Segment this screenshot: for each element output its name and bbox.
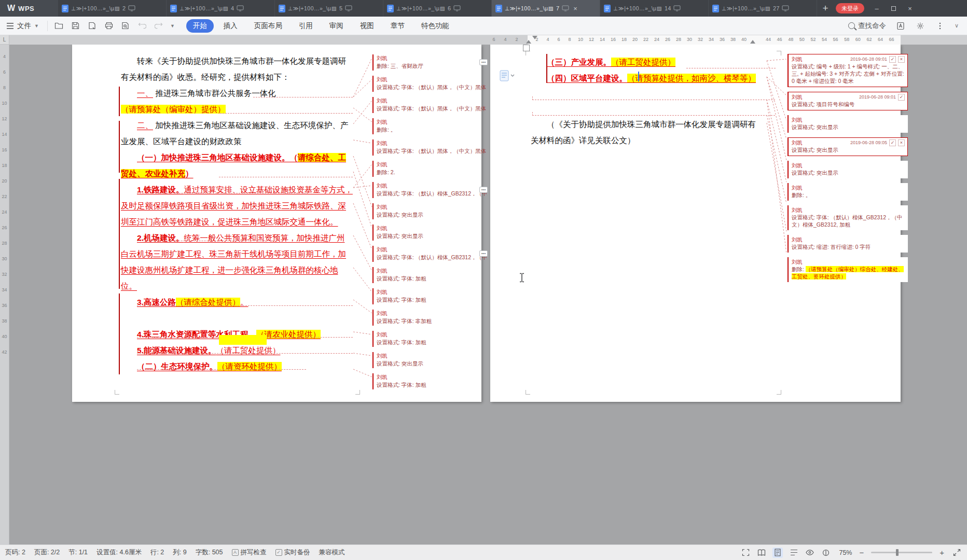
vertical-ruler[interactable]: 4681012141618202224262830323436384042	[0, 45, 9, 544]
open-file-icon[interactable]	[54, 21, 64, 31]
document-tab-14[interactable]: ⊥≫|+100…»_\µ▨14	[600, 0, 709, 17]
reject-revision-button[interactable]: ×	[898, 139, 905, 146]
revision-balloon[interactable]: 刘凯2019-06-28 09:01✓×设置格式: 编号 + 级别: 1 + 编…	[788, 54, 908, 87]
document-tab-5[interactable]: ⊥≫|+100…»_\µ▨5	[275, 0, 383, 17]
zoom-in-button[interactable]: +	[938, 548, 946, 557]
login-badge[interactable]: 未登录	[836, 3, 864, 13]
save-icon[interactable]	[71, 21, 81, 31]
zoom-out-button[interactable]: −	[858, 548, 865, 557]
revision-balloon[interactable]: 刘凯删除: 三、省财政厅•••	[372, 54, 488, 71]
revision-balloon[interactable]: 刘凯2019-06-28 09:01✓设置格式: 项目符号和编号	[788, 92, 908, 110]
revision-text: 设置格式: 字体: （默认）黑体，（中文）黑体	[377, 147, 488, 155]
revision-balloon[interactable]: 刘凯删除: （请预算处（编审处）综合处、经建处、工贸处、资环处提供）	[788, 257, 908, 282]
more-commands-icon[interactable]: ▼	[170, 23, 175, 29]
new-tab-button[interactable]: +	[817, 0, 834, 17]
page-layout-icon[interactable]	[772, 548, 783, 558]
ribbon-tab-特色功能[interactable]: 特色功能	[415, 19, 456, 33]
text-tool-icon[interactable]	[895, 21, 906, 31]
ribbon-tab-章节[interactable]: 章节	[384, 19, 411, 33]
ribbon-tab-开始[interactable]: 开始	[186, 19, 214, 33]
more-options-icon[interactable]	[935, 21, 945, 31]
status-item-行: 2: 行: 2	[150, 548, 164, 557]
zoom-slider-thumb[interactable]	[896, 549, 899, 556]
zoom-level[interactable]: 75%	[839, 549, 852, 556]
revision-balloon[interactable]: 刘凯设置格式: 字体: 加粗	[372, 331, 488, 347]
print-icon[interactable]	[104, 21, 114, 31]
revision-balloon[interactable]: 刘凯设置格式: 字体: 加粗	[372, 373, 488, 389]
redo-icon[interactable]	[154, 21, 164, 31]
left-page[interactable]: 转来《关于协助提供加快珠三角城市群一体化发展专题调研有关材料的函》收悉。经研究，…	[72, 45, 481, 402]
revision-balloon[interactable]: 刘凯设置格式: 字体: 加粗	[372, 288, 488, 304]
document-tab-6[interactable]: ⊥≫|+100…»_\µ▨6	[383, 0, 492, 17]
revision-balloon[interactable]: 刘凯设置格式: 突出显示	[372, 203, 488, 219]
close-window-button[interactable]: ×	[902, 0, 918, 17]
accept-revision-button[interactable]: ✓	[889, 139, 896, 146]
revision-balloon[interactable]: 刘凯删除: 2.	[372, 161, 488, 177]
horizontal-ruler[interactable]: 6422468101214161820222426283032343638404…	[9, 35, 967, 45]
revision-balloon[interactable]: 刘凯设置格式: 字体: （默认）楷体_GB2312，（中文）楷体_GB2312,…	[788, 205, 908, 230]
deletion-dashed-line	[137, 305, 353, 306]
document-tab-7[interactable]: ⊥≫|+100…»_\µ▨7×	[492, 0, 600, 17]
first-line-indent-marker[interactable]	[532, 36, 537, 39]
revision-balloon[interactable]: 刘凯设置格式: 字体: （默认）楷体_GB2312，（中文）楷体_GB2312•…	[372, 182, 488, 198]
revision-balloon[interactable]: 刘凯删除: 。	[788, 183, 908, 201]
accept-revision-button[interactable]: ✓	[898, 94, 905, 101]
find-command[interactable]: 查找命令	[848, 21, 886, 31]
accept-revision-button[interactable]: ✓	[889, 56, 896, 63]
tab-stop-selector[interactable]: L	[0, 35, 9, 45]
ribbon-tab-引用[interactable]: 引用	[292, 19, 320, 33]
revision-balloon[interactable]: 刘凯设置格式: 字体: 加粗	[372, 267, 488, 283]
zoom-slider[interactable]	[871, 552, 932, 553]
revision-balloon[interactable]: 刘凯删除: 。	[372, 118, 488, 134]
document-tab-4[interactable]: ⊥≫|+100…»_\µ▨4	[167, 0, 275, 17]
fit-page-icon[interactable]	[951, 548, 962, 558]
revision-balloon[interactable]: 刘凯设置格式: 缩进: 首行缩进: 0 字符	[788, 235, 908, 253]
deletion-dashed-line	[686, 68, 776, 68]
wps-logo[interactable]: W WPS	[0, 0, 58, 17]
revision-balloon[interactable]: 刘凯设置格式: 字体: （默认）黑体，（中文）黑体	[372, 139, 488, 156]
document-tab-2[interactable]: ⊥≫|+100…»_\µ▨2	[58, 0, 167, 17]
balloon-more-button[interactable]: •••	[479, 187, 488, 193]
text-segment: （请工贸处提供）	[611, 58, 675, 66]
collapse-ribbon-icon[interactable]: ∨	[955, 22, 959, 29]
paste-options-icon[interactable]	[500, 70, 515, 81]
ribbon-tab-页面布局[interactable]: 页面布局	[247, 19, 289, 33]
revision-balloon[interactable]: 刘凯2019-06-28 09:05✓×设置格式: 突出显示	[788, 137, 908, 156]
revision-balloon[interactable]: 刘凯设置格式: 突出显示	[788, 115, 908, 133]
print-preview-icon[interactable]	[87, 21, 98, 31]
revision-balloon[interactable]: 刘凯设置格式: 字体: （默认）黑体，（中文）黑体	[372, 76, 488, 92]
status-item-拼写检查[interactable]: A拼写检查	[232, 548, 267, 557]
night-mode-icon[interactable]	[821, 548, 831, 558]
ribbon-tab-审阅[interactable]: 审阅	[323, 19, 350, 33]
revision-balloon[interactable]: 刘凯设置格式: 字体: （默认）黑体，（中文）黑体	[372, 97, 488, 113]
file-menu[interactable]: 文件 ▼	[0, 21, 45, 31]
minimize-button[interactable]: –	[868, 0, 885, 17]
document-area[interactable]: 转来《关于协助提供加快珠三角城市群一体化发展专题调研有关材料的函》收悉。经研究，…	[9, 45, 967, 544]
document-tab-27[interactable]: ⊥≫|+100…»_\µ▨27	[709, 0, 817, 17]
balloon-more-button[interactable]: •••	[479, 250, 488, 257]
outline-view-icon[interactable]	[789, 548, 799, 558]
reject-revision-button[interactable]: ×	[898, 56, 905, 63]
writer-doc-icon	[712, 5, 719, 12]
revision-balloon[interactable]: 刘凯设置格式: 字体: 非加粗	[372, 310, 488, 326]
read-layout-icon[interactable]	[756, 548, 767, 558]
right-indent-marker[interactable]	[750, 40, 755, 44]
revision-balloon[interactable]: 刘凯设置格式: 突出显示	[372, 352, 488, 368]
revision-balloon[interactable]: 刘凯设置格式: 突出显示	[788, 161, 908, 178]
revision-balloon[interactable]: 刘凯设置格式: 突出显示	[372, 225, 488, 241]
status-item-label: 节: 1/1	[68, 548, 88, 557]
settings-gear-icon[interactable]	[915, 21, 925, 31]
left-indent-marker[interactable]	[526, 40, 531, 44]
close-tab-icon[interactable]: ×	[573, 5, 577, 12]
ribbon-tab-插入[interactable]: 插入	[217, 19, 244, 33]
balloon-more-button[interactable]: •••	[479, 59, 488, 65]
right-page[interactable]: （三）产业发展。（请工贸处提供）（四）区域平台建设。（请预算处提供，如南沙、横琴…	[490, 45, 901, 402]
revision-balloon[interactable]: 刘凯设置格式: 字体: （默认）楷体_GB2312，（中文）楷体_GB2312•…	[372, 246, 488, 262]
ribbon-tab-视图[interactable]: 视图	[353, 19, 381, 33]
undo-icon[interactable]	[137, 21, 147, 31]
status-item-实时备份[interactable]: ✓实时备份	[275, 548, 310, 557]
find-replace-icon[interactable]	[120, 21, 131, 31]
eye-protect-icon[interactable]	[805, 548, 815, 558]
restore-button[interactable]	[885, 0, 902, 17]
fullscreen-icon[interactable]	[740, 548, 751, 558]
